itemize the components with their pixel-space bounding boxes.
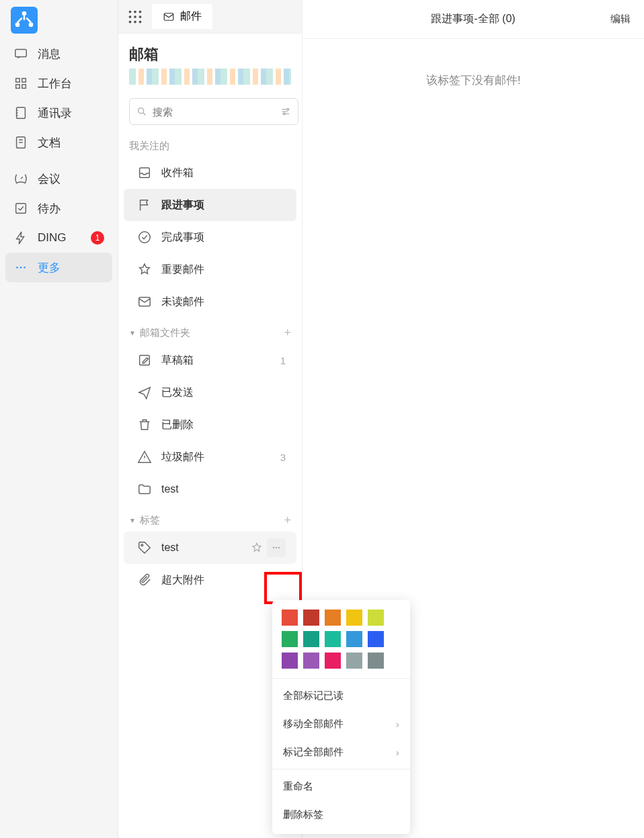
spam-icon bbox=[137, 450, 152, 464]
color-swatch[interactable] bbox=[303, 653, 319, 669]
trash-icon bbox=[137, 417, 152, 432]
workbench-icon bbox=[13, 76, 28, 91]
filter-icon[interactable] bbox=[280, 106, 291, 117]
color-swatch[interactable] bbox=[368, 653, 384, 669]
add-folder-button[interactable]: + bbox=[284, 326, 291, 340]
svg-point-11 bbox=[16, 267, 18, 269]
color-swatch[interactable] bbox=[303, 631, 319, 647]
nav-ding[interactable]: DING1 bbox=[0, 223, 118, 253]
color-swatch[interactable] bbox=[282, 653, 298, 669]
app-logo bbox=[11, 7, 38, 34]
color-swatch[interactable] bbox=[282, 610, 298, 626]
color-swatch[interactable] bbox=[346, 610, 362, 626]
nav-label: 通讯录 bbox=[38, 106, 72, 121]
color-swatch[interactable] bbox=[368, 631, 384, 647]
nav-label: 更多 bbox=[38, 260, 61, 276]
nav-more[interactable]: 更多 bbox=[5, 253, 112, 282]
ctx-tag-all[interactable]: 标记全部邮件› bbox=[272, 738, 410, 766]
ctx-rename[interactable]: 重命名 bbox=[272, 772, 410, 800]
color-swatch[interactable] bbox=[325, 631, 341, 647]
color-swatch[interactable] bbox=[346, 653, 362, 669]
svg-rect-28 bbox=[139, 298, 151, 306]
mail-icon bbox=[137, 294, 152, 309]
folder-important[interactable]: 重要邮件 bbox=[124, 253, 296, 286]
inbox-icon bbox=[137, 165, 152, 180]
contacts-icon bbox=[13, 106, 28, 120]
section-folders[interactable]: ▼邮箱文件夹+ bbox=[118, 318, 302, 344]
chevron-right-icon: › bbox=[396, 718, 399, 730]
attach-icon bbox=[137, 573, 152, 587]
svg-point-0 bbox=[22, 11, 27, 16]
svg-rect-8 bbox=[17, 108, 26, 119]
tab-mail[interactable]: 邮件 bbox=[152, 4, 212, 29]
svg-point-20 bbox=[129, 20, 132, 23]
folder-unread[interactable]: 未读邮件 bbox=[124, 286, 296, 318]
add-tag-button[interactable]: + bbox=[284, 513, 291, 528]
left-rail: 消息 工作台 通讯录 文档 会议 待办 DING1 更多 bbox=[0, 0, 118, 838]
svg-rect-23 bbox=[164, 13, 173, 20]
svg-point-22 bbox=[139, 20, 142, 23]
nav-docs[interactable]: 文档 bbox=[0, 128, 118, 157]
folder-large-attach[interactable]: 超大附件 bbox=[124, 564, 296, 596]
svg-rect-3 bbox=[15, 50, 27, 57]
color-swatch[interactable] bbox=[325, 653, 341, 669]
search-icon bbox=[136, 106, 147, 117]
nav-label: 会议 bbox=[38, 171, 61, 187]
ding-badge: 1 bbox=[91, 231, 104, 245]
search-box[interactable] bbox=[129, 98, 298, 125]
folder-spam[interactable]: 垃圾邮件3 bbox=[124, 441, 296, 473]
folder-drafts[interactable]: 草稿箱1 bbox=[124, 344, 296, 376]
svg-point-21 bbox=[134, 20, 136, 23]
nav-workbench[interactable]: 工作台 bbox=[0, 69, 118, 98]
ctx-delete[interactable]: 删除标签 bbox=[272, 800, 410, 829]
message-icon bbox=[13, 46, 28, 61]
tag-test[interactable]: test bbox=[124, 532, 296, 564]
nav-todo[interactable]: 待办 bbox=[0, 194, 118, 223]
star-icon bbox=[137, 262, 152, 277]
folder-sent[interactable]: 已发送 bbox=[124, 376, 296, 409]
color-swatch[interactable] bbox=[346, 631, 362, 647]
empty-message: 该标签下没有邮件! bbox=[303, 39, 644, 122]
check-icon bbox=[137, 230, 152, 245]
folder-test[interactable]: test bbox=[124, 473, 296, 505]
star-outline-icon[interactable] bbox=[251, 542, 263, 554]
account-avatar-row bbox=[129, 69, 291, 85]
color-swatch[interactable] bbox=[303, 610, 319, 626]
folder-inbox[interactable]: 收件箱 bbox=[124, 157, 296, 189]
mail-title: 邮箱 bbox=[129, 44, 291, 65]
more-icon bbox=[13, 260, 28, 275]
nav-contacts[interactable]: 通讯录 bbox=[0, 98, 118, 128]
tabbar: 邮件 bbox=[118, 0, 302, 34]
svg-point-31 bbox=[273, 547, 274, 548]
folder-done[interactable]: 完成事项 bbox=[124, 221, 296, 253]
section-favorites: 我关注的 bbox=[118, 132, 302, 157]
svg-point-33 bbox=[278, 547, 280, 548]
color-swatch[interactable] bbox=[325, 610, 341, 626]
tag-more-button[interactable] bbox=[267, 538, 286, 557]
ctx-mark-read[interactable]: 全部标记已读 bbox=[272, 681, 410, 710]
svg-point-30 bbox=[141, 544, 143, 546]
draft-icon bbox=[137, 353, 152, 368]
doc-icon bbox=[13, 135, 28, 150]
folder-trash[interactable]: 已删除 bbox=[124, 409, 296, 441]
folder-followup[interactable]: 跟进事项 bbox=[124, 189, 296, 221]
edit-button[interactable]: 编辑 bbox=[610, 13, 631, 26]
nav-messages[interactable]: 消息 bbox=[0, 39, 118, 69]
svg-point-13 bbox=[24, 267, 26, 269]
section-tags[interactable]: ▼标签+ bbox=[118, 505, 302, 532]
search-input[interactable] bbox=[153, 106, 280, 118]
nav-meeting[interactable]: 会议 bbox=[0, 164, 118, 194]
svg-rect-7 bbox=[22, 85, 26, 88]
ctx-move-all[interactable]: 移动全部邮件› bbox=[272, 710, 410, 738]
mail-icon bbox=[163, 11, 175, 23]
svg-point-2 bbox=[29, 22, 34, 27]
svg-point-19 bbox=[139, 15, 142, 18]
color-swatch[interactable] bbox=[282, 631, 298, 647]
nav-label: 待办 bbox=[38, 201, 61, 216]
color-swatch[interactable] bbox=[368, 610, 384, 626]
svg-rect-5 bbox=[22, 79, 26, 83]
nav-label: 文档 bbox=[38, 135, 61, 151]
nav-label: 工作台 bbox=[38, 76, 72, 91]
app-grid-button[interactable] bbox=[125, 7, 145, 27]
sent-icon bbox=[137, 385, 152, 400]
